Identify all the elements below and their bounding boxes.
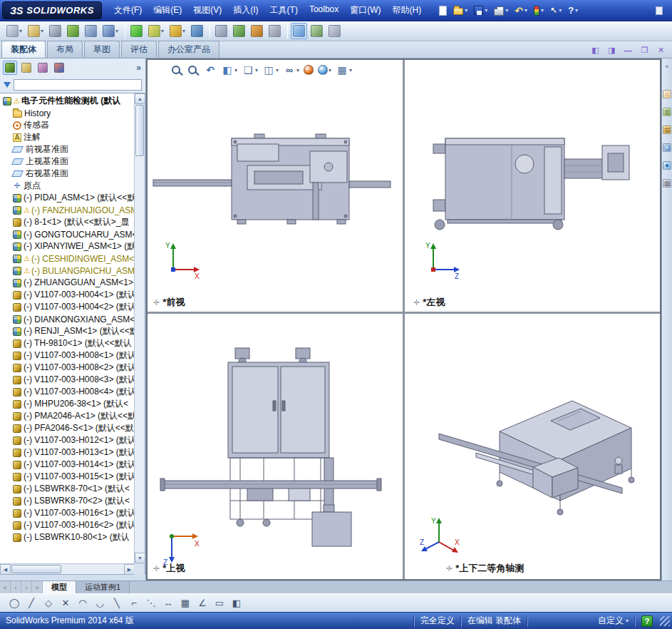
last-tab-button[interactable]: » (32, 581, 43, 593)
panel-expand-chevron-icon[interactable]: » (136, 63, 141, 73)
assembly-features-button[interactable]: ▾ (146, 23, 166, 39)
tree-item[interactable]: (-) LSBWRK10-80<1> (默认 (0, 531, 134, 543)
move-component-button[interactable] (83, 23, 99, 39)
reference-geometry-button[interactable]: ▾ (167, 23, 187, 39)
tree-item[interactable]: ⚠(-) FANZHUANJIGOU_ASM (0, 204, 134, 216)
taskpane-collapse-icon[interactable]: « (665, 63, 668, 70)
rebuild-button[interactable]: ▾ (532, 4, 546, 17)
tree-item[interactable]: (-) PFA2046-S<1> (默认<<默 (0, 422, 134, 434)
select-button[interactable]: ↖▾ (548, 4, 564, 17)
undo-button[interactable]: ↶▾ (512, 4, 529, 18)
tree-item[interactable]: 前视基准面 (0, 143, 134, 155)
sketch-line-button[interactable]: ╱ (23, 595, 40, 611)
tree-item[interactable]: (-) V1107-003-H008<3> (默认 (0, 374, 134, 386)
viewport-front[interactable]: Y X ↶◧▾❑▾◫▾∞▾▾▦▾ ✛ *前视 (148, 60, 403, 312)
help-button[interactable]: ?▾ (566, 4, 580, 17)
tree-item[interactable]: (-) LSBWRK8-70<1> (默认< (0, 483, 134, 495)
tab-layout[interactable]: 布局 (47, 41, 83, 58)
hide-show-items-button[interactable]: ∞▾ (283, 63, 299, 76)
mate-button[interactable]: ▾ (26, 23, 46, 39)
filter-funnel-icon[interactable] (4, 82, 11, 88)
sketch-tangent-arc-button[interactable]: ◡ (91, 595, 108, 611)
scroll-left-icon[interactable]: ◀ (0, 564, 11, 575)
section-view-button[interactable]: ◧▾ (221, 63, 237, 76)
smart-fasteners-button[interactable] (47, 23, 63, 39)
sketch-arc-button[interactable]: ◠ (74, 595, 91, 611)
sketch-slot-button[interactable]: ◧ (228, 595, 245, 611)
pane-left-button[interactable]: ◧ (590, 46, 601, 55)
tree-item[interactable]: (-) V1107-003-H008<2> (默认 (0, 362, 134, 374)
sketch-rectangle-button[interactable]: ▭ (211, 595, 228, 611)
tree-item[interactable]: ⚠(-) CESHIDINGWEI_ASM< (0, 252, 134, 265)
menu-file[interactable]: 文件(F) (108, 1, 148, 19)
new-button[interactable] (437, 4, 449, 17)
tree-vertical-scrollbar[interactable]: ▲ ▼ (134, 93, 145, 563)
tree-item[interactable]: (-) V1107-003-H004<2> (默认 (0, 301, 134, 313)
pane-right-button[interactable]: ◨ (606, 46, 617, 55)
tree-item[interactable]: (-) V1107-003-H008<4> (默认 (0, 386, 134, 398)
viewport-top[interactable]: X Z ✛ *上视 (148, 314, 403, 579)
scroll-up-icon[interactable]: ▲ (135, 93, 145, 104)
tree-item[interactable]: (-) V1107-003-H016<2> (默认 (0, 519, 134, 531)
menu-edit[interactable]: 编辑(E) (148, 1, 187, 19)
tab-model[interactable]: 模型 (43, 581, 76, 593)
tree-item[interactable]: (-) V1107-003-H013<1> (默认 (0, 446, 134, 459)
tree-item[interactable]: (-) PIDAI_ASM<1> (默认<<默 (0, 192, 134, 204)
tree-item[interactable]: (-) RENJI_ASM<1> (默认<<默 (0, 325, 134, 337)
tree-item[interactable]: ⚠电子元件性能检测机 (默认 (0, 95, 134, 107)
sketch-convert-entities-button[interactable]: ⋱ (143, 595, 160, 611)
view-settings-button[interactable]: ▦▾ (336, 63, 352, 76)
menu-help[interactable]: 帮助(H) (387, 1, 428, 19)
tree-item[interactable]: (-) V1107-003-H012<1> (默认 (0, 434, 134, 446)
zoom-area-button[interactable] (187, 64, 200, 76)
scroll-right-icon[interactable]: ▶ (124, 564, 135, 575)
tree-horizontal-scrollbar[interactable]: ◀ ▶ (0, 563, 135, 574)
smart-dimension-button[interactable]: ↔ (160, 595, 177, 611)
view-orientation-button[interactable]: ❑▾ (242, 63, 258, 76)
viewport-divider-horizontal[interactable] (148, 312, 660, 314)
apply-scene-button[interactable]: ▾ (318, 65, 331, 75)
menu-tools[interactable]: 工具(T) (264, 1, 304, 19)
restore-window-button[interactable]: ❐ (639, 46, 650, 55)
file-explorer-button[interactable]: ▤ (663, 126, 671, 134)
viewport-isometric[interactable]: Y X Z ✛ *上下二等角轴测 (405, 314, 660, 579)
design-library-button[interactable]: ▥ (663, 108, 671, 116)
tree-item[interactable]: (-) V1107-003-H016<1> (默认 (0, 507, 134, 519)
quick-tips-icon[interactable]: ? (641, 615, 653, 627)
tree-item[interactable]: ⚠(-) BULIANGPAICHU_ASM- (0, 265, 134, 277)
insert-components-button[interactable]: ▾ (4, 23, 24, 39)
tree-item[interactable]: (-) TH-9810<1> (默认<<默认 (0, 337, 134, 349)
scroll-down-icon[interactable]: ▼ (135, 553, 145, 563)
tab-evaluate[interactable]: 评估 (121, 41, 157, 58)
tab-sketch[interactable]: 草图 (84, 41, 120, 58)
tree-item[interactable]: (-) PMA2046-A<1> (默认<<默 (0, 410, 134, 422)
sketch-polygon-button[interactable]: ◇ (40, 595, 57, 611)
interference-detection-button[interactable] (249, 23, 265, 39)
sketch-grid-button[interactable]: ▦ (177, 595, 194, 611)
viewport-layout-button[interactable] (291, 23, 307, 39)
open-button[interactable]: ▾ (451, 4, 470, 16)
sketch-circle-button[interactable]: ◯ (6, 595, 23, 611)
tree-item[interactable]: History (0, 107, 134, 119)
tree-item[interactable]: ✛原点 (0, 180, 134, 192)
minimize-window-button[interactable]: — (623, 46, 634, 55)
horizontal-scrollbar-thumb[interactable] (11, 565, 61, 573)
sketch-offset-button[interactable]: ⌐ (125, 595, 143, 611)
toolbar-options-button[interactable] (653, 5, 665, 16)
section-tool-button[interactable] (326, 23, 343, 39)
tree-item[interactable]: A注解 (0, 131, 134, 143)
sketch-trim-button[interactable]: ✕ (57, 595, 74, 611)
menu-toolbox[interactable]: Toolbox (304, 1, 344, 19)
first-tab-button[interactable]: « (0, 581, 11, 593)
tree-item[interactable]: (-) V1107-003-H014<1> (默认 (0, 459, 134, 471)
custom-properties-button[interactable]: ▧ (663, 179, 671, 188)
next-tab-button[interactable]: › (21, 581, 32, 593)
tree-item[interactable]: 上视基准面 (0, 155, 134, 168)
viewport-divider-vertical[interactable] (403, 60, 405, 579)
menu-view[interactable]: 视图(V) (187, 1, 227, 19)
zoom-fit-button[interactable] (171, 64, 183, 76)
tree-item[interactable]: (-) V1107-003-H008<1> (默认 (0, 349, 134, 362)
featuremanager-tab[interactable] (3, 61, 17, 75)
instant3d-button[interactable] (189, 23, 205, 39)
tree-item[interactable]: (-) 8-1<1> (默认<<默认>_显 (0, 216, 134, 228)
